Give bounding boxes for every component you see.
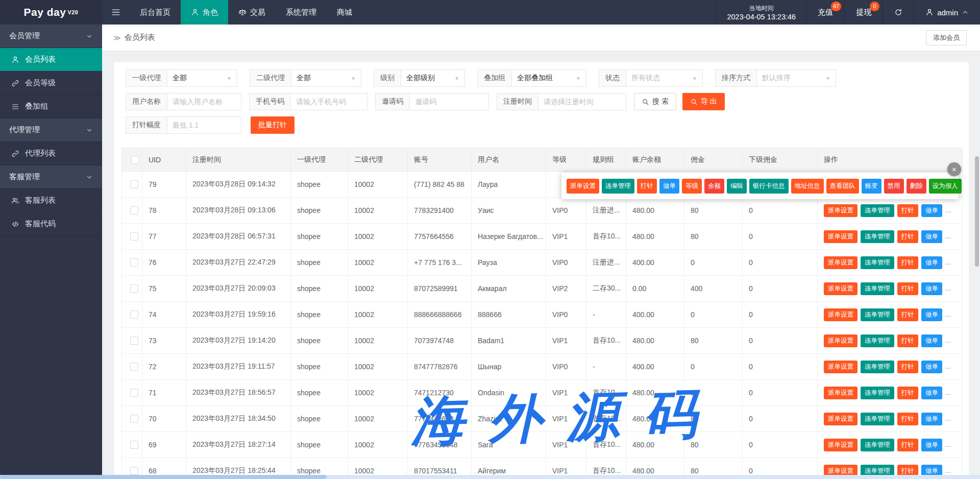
chain-order-manage-button[interactable]: 连单管理 [861,439,894,451]
sidebar-item-stack-group[interactable]: 叠加组 [0,95,102,118]
more-actions-button[interactable]: ... [945,414,951,422]
status-select-dropdown[interactable]: 所有状态▼ [626,69,703,87]
sidebar-item-member-level[interactable]: 会员等级 [0,71,102,95]
more-actions-button[interactable]: ... [945,310,951,318]
inject-button[interactable]: 打针 [897,282,918,295]
dispatch-settings-button[interactable]: 派单设置 [824,230,857,243]
search-button[interactable]: 搜 索 [634,93,676,110]
row-checkbox[interactable] [130,441,138,449]
agent2-select-dropdown[interactable]: 全部▼ [291,69,361,87]
add-member-button[interactable]: 添加会员 [926,30,967,45]
refresh-button[interactable] [883,0,914,25]
inject-button[interactable]: 打针 [897,413,918,425]
sort-select-dropdown[interactable]: 默认排序▼ [757,69,836,87]
more-actions-button[interactable]: ... [945,284,951,292]
more-actions-button[interactable]: ... [945,258,951,266]
view-team-button[interactable]: 查看团队 [826,179,859,194]
row-checkbox[interactable] [130,206,138,214]
inject-button[interactable]: 打针 [897,256,918,269]
dispatch-settings-button[interactable]: 派单设置 [567,179,599,194]
inject-button[interactable]: 打针 [897,361,918,373]
username-field-input[interactable] [167,93,241,110]
close-icon[interactable]: × [947,162,961,176]
dispatch-settings-button[interactable]: 派单设置 [824,282,857,295]
row-checkbox[interactable] [130,415,138,423]
chain-order-manage-button[interactable]: 连单管理 [861,334,894,347]
do-order-button[interactable]: 做单 [921,204,942,217]
invite-code-field-input[interactable] [410,93,489,110]
more-actions-button[interactable]: ... [945,362,951,370]
do-order-button[interactable]: 做单 [921,361,942,373]
dispatch-settings-button[interactable]: 派单设置 [824,334,857,347]
do-order-button[interactable]: 做单 [921,282,942,295]
inject-button[interactable]: 打针 [897,439,918,451]
batch-inject-button[interactable]: 批量打针 [251,116,295,134]
chain-order-manage-button[interactable]: 连单管理 [861,308,894,321]
do-order-button[interactable]: 做单 [659,179,679,194]
dispatch-settings-button[interactable]: 派单设置 [824,308,857,321]
delete-button[interactable]: 删除 [906,179,926,194]
admin-menu[interactable]: admin [914,0,980,25]
stack-group-select-dropdown[interactable]: 全部叠加组▼ [512,69,586,87]
sidebar-toggle-icon[interactable] [102,0,130,25]
more-actions-button[interactable]: ... [945,206,951,214]
dispatch-settings-button[interactable]: 派单设置 [824,256,857,269]
address-info-button[interactable]: 地址信息 [791,179,824,194]
row-checkbox[interactable] [130,337,138,345]
row-checkbox[interactable] [130,258,138,267]
sidebar-section-service-management[interactable]: 客服管理 [0,165,102,189]
inject-button[interactable]: 打针 [637,179,657,194]
sidebar-item-agent-list[interactable]: 代理列表 [0,142,102,165]
select-all-checkbox[interactable] [131,156,139,164]
sidebar-section-member-management[interactable]: 会员管理 [0,25,102,48]
inject-button[interactable]: 打针 [897,308,918,321]
sidebar-item-service-code[interactable]: 客服代码 [0,212,102,236]
chain-order-manage-button[interactable]: 连单管理 [861,256,894,269]
sidebar-item-service-list[interactable]: 客服列表 [0,189,102,212]
row-checkbox[interactable] [130,363,138,371]
account-change-button[interactable]: 账变 [862,179,881,194]
edit-button[interactable]: 编辑 [727,179,747,194]
horizontal-scrollbar-thumb[interactable] [0,475,327,479]
agent1-select-dropdown[interactable]: 全部▼ [167,69,237,87]
chain-order-manage-button[interactable]: 连单管理 [602,179,634,194]
dispatch-settings-button[interactable]: 派单设置 [824,439,857,451]
horizontal-scrollbar-track[interactable] [0,475,980,479]
chain-order-manage-button[interactable]: 连单管理 [861,413,894,425]
level-button[interactable]: 等级 [682,179,702,194]
row-checkbox[interactable] [130,467,138,475]
row-checkbox[interactable] [130,232,138,241]
do-order-button[interactable]: 做单 [921,439,942,451]
inject-button[interactable]: 打针 [897,387,918,399]
inject-button[interactable]: 打针 [897,230,918,243]
nav-roles[interactable]: 角色 [181,0,228,25]
inject-button[interactable]: 打针 [897,334,918,347]
register-time-field-input[interactable] [538,93,626,110]
export-button[interactable]: 导 出 [682,93,725,110]
do-order-button[interactable]: 做单 [921,334,942,347]
row-checkbox[interactable] [130,389,138,397]
dispatch-settings-button[interactable]: 派单设置 [824,387,857,399]
chain-order-manage-button[interactable]: 连单管理 [861,230,894,243]
do-order-button[interactable]: 做单 [921,413,942,425]
vertical-scrollbar[interactable] [975,156,979,267]
phone-field-input[interactable] [291,93,368,110]
sidebar-item-member-list[interactable]: 会员列表 [0,48,102,71]
balance-button[interactable]: 余额 [704,179,724,194]
inject-button[interactable]: 打针 [897,204,918,217]
row-checkbox[interactable] [130,180,138,188]
dispatch-settings-button[interactable]: 派单设置 [824,361,857,373]
more-actions-button[interactable]: ... [945,388,951,396]
dispatch-settings-button[interactable]: 派单设置 [824,204,857,217]
bank-card-info-button[interactable]: 银行卡信息 [749,179,789,194]
disable-button[interactable]: 禁用 [884,179,904,194]
withdraw-button[interactable]: 提现 0 [844,0,883,25]
more-actions-button[interactable]: ... [945,466,951,474]
row-checkbox[interactable] [130,284,138,293]
nav-mall[interactable]: 商城 [327,0,362,25]
row-checkbox[interactable] [130,310,138,319]
level-select-dropdown[interactable]: 全部级别▼ [401,69,465,87]
more-actions-button[interactable]: ... [945,336,951,344]
inject-range-input[interactable] [167,116,241,134]
dispatch-settings-button[interactable]: 派单设置 [824,413,857,425]
